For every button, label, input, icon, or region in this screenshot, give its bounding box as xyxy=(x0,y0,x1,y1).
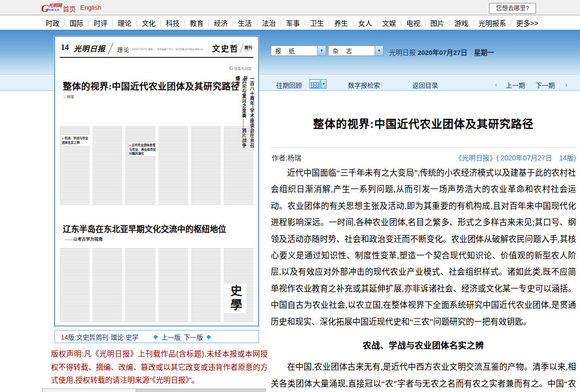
calendar-dropdown-arrow-icon[interactable]: ▼ xyxy=(321,79,327,89)
newsprint-column xyxy=(125,248,155,322)
main-nav: 时政 国际 时评 理论 文化 科技 教育 经济 生活 法治 军事 卫生 养生 女… xyxy=(0,16,580,30)
article-section-heading: 农战、学战与农业团体名实之辨 xyxy=(271,338,576,354)
select-arrow-icon[interactable]: ▼ xyxy=(317,46,326,55)
newspaper-page-number: 14 xyxy=(61,43,69,52)
newsprint-column xyxy=(60,248,90,322)
page-caption-label: 14版:文史哲周刊·理论·史学 xyxy=(61,332,139,342)
prev-issue-link[interactable]: 上一期 xyxy=(506,80,525,90)
newsprint-column xyxy=(93,127,122,205)
home-link[interactable]: 首页 xyxy=(63,4,76,13)
paper-select-value: 报 纸 xyxy=(271,47,317,55)
nav-item[interactable]: 文娱 xyxy=(382,18,396,28)
nav-item[interactable]: 国际 xyxy=(70,18,84,28)
footer-bar-left xyxy=(42,389,136,392)
nav-item[interactable]: 生活 xyxy=(238,18,252,28)
nav-item[interactable]: 教育 xyxy=(190,18,204,28)
nav-separator xyxy=(377,20,378,26)
newspaper-subhead-1: ◆ 农战、学战与农业团体名实之辨 xyxy=(62,136,91,145)
article-source: 《光明日报》( 2020年07月27日 14版) xyxy=(455,152,576,162)
newsprint-column xyxy=(191,248,221,322)
nav-item[interactable]: 养生 xyxy=(334,18,348,28)
newspaper-header-info: 2020年7月27日 星期一 责任编辑/户华为 电子信箱:gmrlt@gmdai… xyxy=(132,48,206,50)
nav-separator xyxy=(473,20,474,26)
nav-item[interactable]: 光明报系 xyxy=(479,18,506,28)
magazine-select-value: 杂 志 xyxy=(329,47,375,55)
copyright-notice: 版权声明:凡《光明日报》上刊载作品(含标题),未经本报或本网授权不得转载、摘编、… xyxy=(51,347,268,387)
nav-separator xyxy=(137,20,137,26)
newspaper-page-image[interactable]: 14 光明日报 理论 2020年7月27日 星期一 责任编辑/户华为 电子信箱:… xyxy=(54,36,259,326)
nav-item[interactable]: 科技 xyxy=(166,18,180,28)
article-meta: 作者:杨瑞 《光明日报》( 2020年07月27日 14版) xyxy=(271,148,576,165)
nav-item-more[interactable]: 更多>> xyxy=(516,18,538,28)
issue-masthead: 光明日报 xyxy=(389,49,416,56)
newsprint-column xyxy=(125,127,155,205)
newsprint-column xyxy=(224,127,253,205)
page-caption-bar: 14版:文史哲周刊·理论·史学 ◆ 上一版 下一版 ◆ xyxy=(54,330,259,343)
masthead-divider xyxy=(108,43,113,54)
newspaper-byline-1: □ 杨瑞 xyxy=(64,94,74,99)
nav-item[interactable]: 卫生 xyxy=(310,18,324,28)
nav-separator xyxy=(329,20,329,26)
nav-separator xyxy=(353,20,353,26)
article-title: 整体的视界:中国近代农业团体及其研究路径 xyxy=(271,115,576,131)
weekly-sub-en: WEEKLY xyxy=(244,50,252,52)
next-chevron-icon[interactable]: › xyxy=(565,80,568,89)
paper-select[interactable]: 报 纸 ▼ xyxy=(271,46,326,56)
weekly-title: 文史哲 xyxy=(212,42,239,54)
nav-item[interactable]: 经济 xyxy=(214,18,228,28)
nav-separator xyxy=(88,20,89,26)
newspaper-header: 14 光明日报 理论 2020年7月27日 星期一 责任编辑/户华为 电子信箱:… xyxy=(60,40,253,58)
newspaper-section: 理论 xyxy=(117,46,130,53)
newspaper-headline-2: 辽东半岛在东北亚早期文化交流中的枢纽地位 xyxy=(63,223,226,235)
nav-separator xyxy=(281,20,281,26)
digital-search-link[interactable]: 数字报检索 xyxy=(348,80,380,90)
nav-separator xyxy=(305,20,305,26)
nav-item[interactable]: 军事 xyxy=(286,18,300,28)
newspaper-headline-1: 整体的视界:中国近代农业团体及其研究路径 xyxy=(63,79,241,92)
nav-separator xyxy=(233,20,233,26)
nav-item[interactable]: 图片 xyxy=(431,18,444,28)
nav-separator xyxy=(64,20,65,26)
subhead-ornament-icon: ◆ xyxy=(62,137,64,140)
english-link[interactable]: English xyxy=(80,4,101,11)
nav-separator xyxy=(112,20,113,26)
info-badge-label: 信息与动态 xyxy=(234,67,251,70)
nav-item[interactable]: 法治 xyxy=(262,18,276,28)
nav-item[interactable]: 文化 xyxy=(142,18,155,28)
select-arrow-icon[interactable]: ▼ xyxy=(375,46,383,55)
nav-item[interactable]: 理论 xyxy=(118,18,132,28)
nav-separator xyxy=(449,20,449,26)
nav-item[interactable]: 女人 xyxy=(358,18,372,28)
info-badge: G信息与动态 xyxy=(229,65,251,71)
article-author: 作者:杨瑞 xyxy=(272,152,301,162)
nav-item[interactable]: 电视 xyxy=(406,18,420,28)
nav-item[interactable]: 游戏 xyxy=(454,18,468,28)
gmw-logo-domain: mw.cn xyxy=(48,8,59,11)
article-pane: 整体的视界:中国近代农业团体及其研究路径 作者:杨瑞 《光明日报》( 2020年… xyxy=(271,92,576,392)
archive-link[interactable]: 往期回顾 xyxy=(276,80,302,90)
issue-weekday: 星期一 xyxy=(474,49,494,56)
issue-info: 光明日报 2020年07月27日 星期一 xyxy=(389,47,494,57)
nav-item[interactable]: 时评 xyxy=(94,18,107,28)
weekly-logo: 文史哲 周刊 WEEKLY xyxy=(212,42,252,54)
where-to-go-select[interactable]: 您想去哪里? xyxy=(489,3,536,14)
prev-chevron-icon[interactable]: ‹ xyxy=(495,80,497,89)
newspaper-headline-2-subtitle: ——以考古学为视角 xyxy=(65,236,103,242)
newspaper-subhead-2: ◆ 近代农业团体类型与农业、商业和农民问题的演化 xyxy=(129,143,158,156)
article-paragraph-1: 近代中国面临“三千年未有之大变局”,传统的小农经济模式以及建基于此的农村社会组织… xyxy=(271,165,576,330)
nav-separator xyxy=(425,20,426,26)
nav-separator xyxy=(185,20,185,26)
newsprint-column xyxy=(158,248,188,322)
next-issue-link[interactable]: 下一期 xyxy=(535,80,555,90)
magazine-select[interactable]: 杂 志 ▼ xyxy=(328,46,384,56)
article-body: 近代中国面临“三千年未有之大变局”,传统的小农经济模式以及建基于此的农村社会组织… xyxy=(271,165,576,392)
shixue-stamp: 史學 xyxy=(224,283,246,314)
weekly-divider xyxy=(240,43,243,53)
calendar-icon[interactable] xyxy=(309,79,320,89)
nav-separator xyxy=(257,20,257,26)
nav-item[interactable]: 时政 xyxy=(46,18,59,28)
back-to-contents-link[interactable]: 返回目录 xyxy=(412,80,438,90)
prev-page-link[interactable]: 上一版 xyxy=(161,332,181,342)
nav-separator xyxy=(160,20,161,26)
next-page-link[interactable]: 下一版 xyxy=(184,332,203,342)
